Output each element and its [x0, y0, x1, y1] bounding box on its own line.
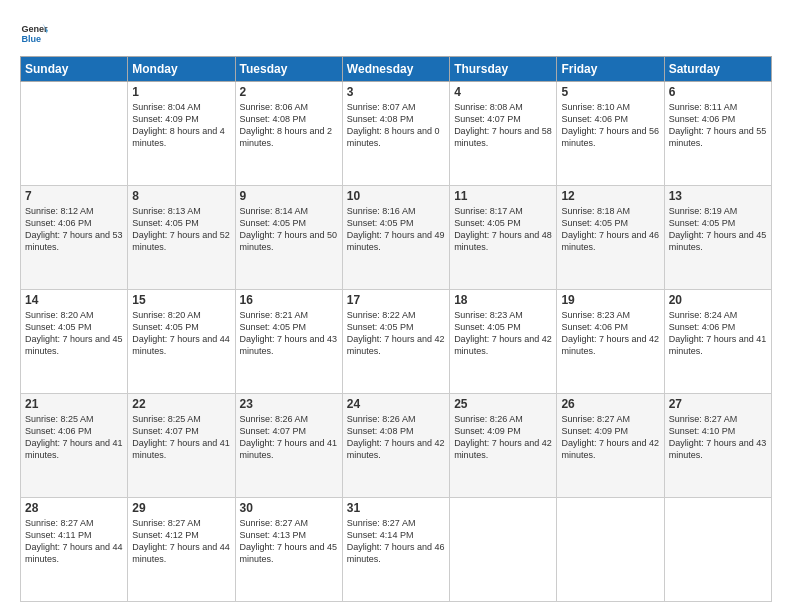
- day-number: 26: [561, 397, 659, 411]
- day-number: 5: [561, 85, 659, 99]
- day-info: Sunrise: 8:18 AMSunset: 4:05 PMDaylight:…: [561, 205, 659, 254]
- day-number: 7: [25, 189, 123, 203]
- day-info: Sunrise: 8:10 AMSunset: 4:06 PMDaylight:…: [561, 101, 659, 150]
- weekday-header-row: SundayMondayTuesdayWednesdayThursdayFrid…: [21, 57, 772, 82]
- calendar-cell: 13Sunrise: 8:19 AMSunset: 4:05 PMDayligh…: [664, 186, 771, 290]
- calendar-cell: 6Sunrise: 8:11 AMSunset: 4:06 PMDaylight…: [664, 82, 771, 186]
- calendar-cell: [21, 82, 128, 186]
- calendar-cell: [450, 498, 557, 602]
- calendar-cell: 29Sunrise: 8:27 AMSunset: 4:12 PMDayligh…: [128, 498, 235, 602]
- calendar-cell: 11Sunrise: 8:17 AMSunset: 4:05 PMDayligh…: [450, 186, 557, 290]
- day-number: 21: [25, 397, 123, 411]
- calendar-cell: 9Sunrise: 8:14 AMSunset: 4:05 PMDaylight…: [235, 186, 342, 290]
- calendar-page: General Blue SundayMondayTuesdayWednesda…: [0, 0, 792, 612]
- weekday-header-saturday: Saturday: [664, 57, 771, 82]
- day-number: 28: [25, 501, 123, 515]
- day-number: 29: [132, 501, 230, 515]
- day-info: Sunrise: 8:27 AMSunset: 4:13 PMDaylight:…: [240, 517, 338, 566]
- calendar-cell: 23Sunrise: 8:26 AMSunset: 4:07 PMDayligh…: [235, 394, 342, 498]
- day-info: Sunrise: 8:17 AMSunset: 4:05 PMDaylight:…: [454, 205, 552, 254]
- calendar-cell: 1Sunrise: 8:04 AMSunset: 4:09 PMDaylight…: [128, 82, 235, 186]
- day-info: Sunrise: 8:26 AMSunset: 4:08 PMDaylight:…: [347, 413, 445, 462]
- day-number: 13: [669, 189, 767, 203]
- day-info: Sunrise: 8:27 AMSunset: 4:10 PMDaylight:…: [669, 413, 767, 462]
- calendar-cell: 3Sunrise: 8:07 AMSunset: 4:08 PMDaylight…: [342, 82, 449, 186]
- day-info: Sunrise: 8:04 AMSunset: 4:09 PMDaylight:…: [132, 101, 230, 150]
- weekday-header-tuesday: Tuesday: [235, 57, 342, 82]
- day-number: 25: [454, 397, 552, 411]
- calendar-cell: 14Sunrise: 8:20 AMSunset: 4:05 PMDayligh…: [21, 290, 128, 394]
- day-number: 11: [454, 189, 552, 203]
- week-row-4: 21Sunrise: 8:25 AMSunset: 4:06 PMDayligh…: [21, 394, 772, 498]
- week-row-5: 28Sunrise: 8:27 AMSunset: 4:11 PMDayligh…: [21, 498, 772, 602]
- day-info: Sunrise: 8:25 AMSunset: 4:06 PMDaylight:…: [25, 413, 123, 462]
- day-info: Sunrise: 8:13 AMSunset: 4:05 PMDaylight:…: [132, 205, 230, 254]
- calendar-cell: 12Sunrise: 8:18 AMSunset: 4:05 PMDayligh…: [557, 186, 664, 290]
- day-number: 30: [240, 501, 338, 515]
- day-info: Sunrise: 8:23 AMSunset: 4:05 PMDaylight:…: [454, 309, 552, 358]
- calendar-cell: 7Sunrise: 8:12 AMSunset: 4:06 PMDaylight…: [21, 186, 128, 290]
- day-info: Sunrise: 8:27 AMSunset: 4:11 PMDaylight:…: [25, 517, 123, 566]
- calendar-cell: 26Sunrise: 8:27 AMSunset: 4:09 PMDayligh…: [557, 394, 664, 498]
- day-info: Sunrise: 8:07 AMSunset: 4:08 PMDaylight:…: [347, 101, 445, 150]
- calendar-cell: 27Sunrise: 8:27 AMSunset: 4:10 PMDayligh…: [664, 394, 771, 498]
- week-row-1: 1Sunrise: 8:04 AMSunset: 4:09 PMDaylight…: [21, 82, 772, 186]
- calendar-cell: 15Sunrise: 8:20 AMSunset: 4:05 PMDayligh…: [128, 290, 235, 394]
- day-info: Sunrise: 8:24 AMSunset: 4:06 PMDaylight:…: [669, 309, 767, 358]
- calendar-cell: 28Sunrise: 8:27 AMSunset: 4:11 PMDayligh…: [21, 498, 128, 602]
- calendar-cell: 22Sunrise: 8:25 AMSunset: 4:07 PMDayligh…: [128, 394, 235, 498]
- week-row-2: 7Sunrise: 8:12 AMSunset: 4:06 PMDaylight…: [21, 186, 772, 290]
- week-row-3: 14Sunrise: 8:20 AMSunset: 4:05 PMDayligh…: [21, 290, 772, 394]
- day-info: Sunrise: 8:14 AMSunset: 4:05 PMDaylight:…: [240, 205, 338, 254]
- day-number: 19: [561, 293, 659, 307]
- day-number: 31: [347, 501, 445, 515]
- calendar-cell: 17Sunrise: 8:22 AMSunset: 4:05 PMDayligh…: [342, 290, 449, 394]
- calendar-cell: 2Sunrise: 8:06 AMSunset: 4:08 PMDaylight…: [235, 82, 342, 186]
- calendar-cell: [664, 498, 771, 602]
- calendar-cell: [557, 498, 664, 602]
- day-info: Sunrise: 8:27 AMSunset: 4:14 PMDaylight:…: [347, 517, 445, 566]
- day-info: Sunrise: 8:08 AMSunset: 4:07 PMDaylight:…: [454, 101, 552, 150]
- day-number: 2: [240, 85, 338, 99]
- day-info: Sunrise: 8:20 AMSunset: 4:05 PMDaylight:…: [132, 309, 230, 358]
- day-info: Sunrise: 8:27 AMSunset: 4:09 PMDaylight:…: [561, 413, 659, 462]
- svg-text:Blue: Blue: [21, 34, 41, 44]
- day-number: 18: [454, 293, 552, 307]
- day-info: Sunrise: 8:23 AMSunset: 4:06 PMDaylight:…: [561, 309, 659, 358]
- day-info: Sunrise: 8:26 AMSunset: 4:09 PMDaylight:…: [454, 413, 552, 462]
- day-info: Sunrise: 8:16 AMSunset: 4:05 PMDaylight:…: [347, 205, 445, 254]
- day-number: 3: [347, 85, 445, 99]
- calendar-cell: 25Sunrise: 8:26 AMSunset: 4:09 PMDayligh…: [450, 394, 557, 498]
- calendar-cell: 24Sunrise: 8:26 AMSunset: 4:08 PMDayligh…: [342, 394, 449, 498]
- logo: General Blue: [20, 18, 48, 46]
- day-number: 4: [454, 85, 552, 99]
- weekday-header-thursday: Thursday: [450, 57, 557, 82]
- calendar-cell: 31Sunrise: 8:27 AMSunset: 4:14 PMDayligh…: [342, 498, 449, 602]
- day-info: Sunrise: 8:25 AMSunset: 4:07 PMDaylight:…: [132, 413, 230, 462]
- day-info: Sunrise: 8:26 AMSunset: 4:07 PMDaylight:…: [240, 413, 338, 462]
- day-info: Sunrise: 8:12 AMSunset: 4:06 PMDaylight:…: [25, 205, 123, 254]
- calendar-cell: 8Sunrise: 8:13 AMSunset: 4:05 PMDaylight…: [128, 186, 235, 290]
- svg-text:General: General: [21, 24, 48, 34]
- day-number: 1: [132, 85, 230, 99]
- day-number: 14: [25, 293, 123, 307]
- weekday-header-friday: Friday: [557, 57, 664, 82]
- day-number: 23: [240, 397, 338, 411]
- day-number: 27: [669, 397, 767, 411]
- logo-icon: General Blue: [20, 18, 48, 46]
- calendar-cell: 4Sunrise: 8:08 AMSunset: 4:07 PMDaylight…: [450, 82, 557, 186]
- day-number: 6: [669, 85, 767, 99]
- weekday-header-monday: Monday: [128, 57, 235, 82]
- day-number: 8: [132, 189, 230, 203]
- calendar-cell: 16Sunrise: 8:21 AMSunset: 4:05 PMDayligh…: [235, 290, 342, 394]
- day-number: 10: [347, 189, 445, 203]
- day-info: Sunrise: 8:22 AMSunset: 4:05 PMDaylight:…: [347, 309, 445, 358]
- weekday-header-sunday: Sunday: [21, 57, 128, 82]
- day-info: Sunrise: 8:27 AMSunset: 4:12 PMDaylight:…: [132, 517, 230, 566]
- calendar-cell: 20Sunrise: 8:24 AMSunset: 4:06 PMDayligh…: [664, 290, 771, 394]
- calendar-table: SundayMondayTuesdayWednesdayThursdayFrid…: [20, 56, 772, 602]
- calendar-cell: 21Sunrise: 8:25 AMSunset: 4:06 PMDayligh…: [21, 394, 128, 498]
- calendar-cell: 18Sunrise: 8:23 AMSunset: 4:05 PMDayligh…: [450, 290, 557, 394]
- day-number: 24: [347, 397, 445, 411]
- day-info: Sunrise: 8:21 AMSunset: 4:05 PMDaylight:…: [240, 309, 338, 358]
